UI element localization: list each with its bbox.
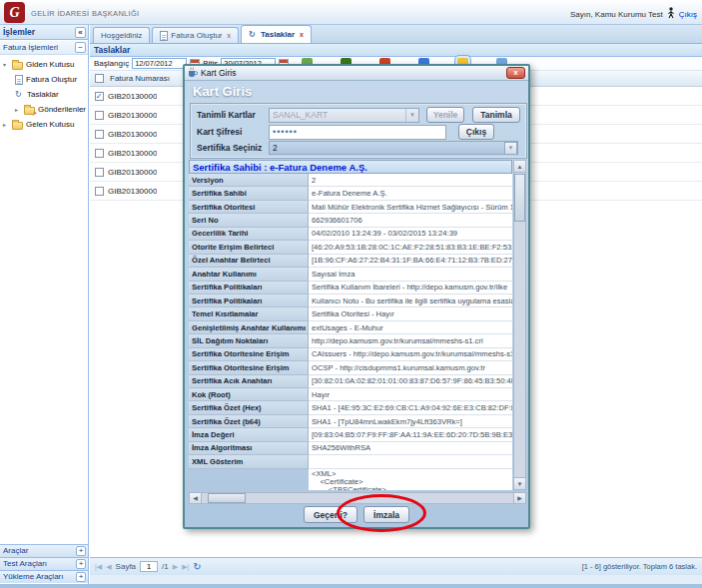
tree-item-giden-kutusu[interactable]: ▾ Giden Kutusu [0, 57, 88, 72]
page-number-input[interactable] [140, 561, 158, 572]
cert-row-label: Gecerlilik Tarihi [189, 228, 309, 241]
cert-row[interactable]: SİL Dağıtım Noktaları http://depo.kamusm… [189, 334, 512, 347]
dialog-title-bar[interactable]: Kart Giris x [185, 66, 528, 81]
cert-row-value: Mali Mühür Elektronik Sertifika Hizmet S… [309, 201, 512, 214]
last-page-icon[interactable]: ▶| [182, 563, 189, 571]
cert-row-label: Sertifika Otoritesine Erişim [189, 348, 309, 361]
cert-row-value: SHA256WithRSA [309, 442, 512, 455]
folder-icon [12, 122, 23, 130]
expand-icon[interactable]: + [76, 572, 86, 582]
row-checkbox[interactable] [95, 187, 104, 196]
row-checkbox[interactable] [95, 92, 104, 101]
row-checkbox[interactable] [95, 168, 104, 177]
cert-row[interactable]: Sertifika Politikaları Sertifika Kullanı… [189, 282, 512, 294]
horizontal-scrollbar[interactable]: ◀ ▶ [189, 492, 526, 504]
scroll-up-icon[interactable]: ▲ [514, 161, 525, 173]
expander-icon[interactable]: ▾ [3, 61, 9, 68]
cert-row[interactable]: Seri No 662936601706 [189, 214, 512, 227]
cert-row[interactable]: Anahtar Kullanımı Sayısal İmza [189, 268, 512, 281]
refresh-icon[interactable]: ↻ [193, 561, 201, 572]
cert-row[interactable]: Sertifika Otoritesine Erişim CAIssuers -… [189, 348, 512, 361]
person-icon [667, 7, 675, 21]
validate-button[interactable]: Geçerli? [304, 506, 357, 523]
tree-item-gonderilenler[interactable]: ▸ Gönderilenler [0, 102, 88, 117]
expand-icon[interactable]: + [76, 546, 86, 556]
expand-icon[interactable]: + [76, 559, 86, 569]
cert-row-label: Kok (Root) [189, 388, 309, 401]
cert-row[interactable]: Sertifika Özet (Hex) SHA1 - [4E:95:3C:E2… [189, 401, 512, 414]
cert-row[interactable]: Sertifika Acık Anahtarı [30:82:01:0A:02:… [189, 375, 512, 388]
tab-hosgeldiniz[interactable]: Hoşgeldiniz [93, 27, 150, 43]
card-password-input[interactable]: •••••• [269, 125, 446, 140]
select-all-checkbox[interactable] [95, 74, 104, 83]
define-card-button[interactable]: Tanimla [472, 107, 520, 123]
cert-row[interactable]: Kok (Root) Hayır [189, 388, 512, 401]
tree-item-fatura-olustur[interactable]: Fatura Oluştur [0, 72, 88, 87]
cert-row-value: [46:20:A9:53:1B:28:0C:1C:AE:F2:28:51:83:… [309, 241, 512, 254]
tree-item-gelen-kutusu[interactable]: ▸ Gelen Kutusu [0, 117, 88, 132]
cert-row-value: 04/02/2010 13:24:39 - 03/02/2015 13:24:3… [309, 228, 512, 241]
kart-giris-dialog: Kart Giris x Kart Giris Tanimli Kartlar … [183, 64, 530, 529]
vertical-scrollbar[interactable]: ▲ ▼ [513, 160, 526, 490]
close-tab-icon[interactable]: x [300, 31, 304, 38]
logout-link[interactable]: Çıkış [679, 10, 697, 19]
dialog-heading: Kart Giris [185, 81, 528, 101]
prev-page-icon[interactable]: ◀ [106, 563, 111, 571]
cert-row[interactable]: İmza Algoritması SHA256WithRSA [189, 442, 512, 455]
exit-button[interactable]: Çıkış [458, 124, 494, 140]
scrollbar-thumb[interactable] [514, 174, 525, 222]
scrollbar-thumb[interactable] [208, 493, 246, 503]
cert-row-value: e-Fatura Deneme A.Ş. [309, 187, 512, 200]
scroll-down-icon[interactable]: ▼ [514, 477, 525, 489]
tab-taslaklar[interactable]: ↻ Taslaklar x [241, 25, 312, 43]
cert-row[interactable]: Versiyon 2 [189, 174, 512, 187]
scroll-right-icon[interactable]: ▶ [513, 493, 525, 503]
cert-row[interactable]: Sertifika Otoritesine Erişim OCSP - http… [189, 361, 512, 374]
cert-row-value: Sayısal İmza [309, 268, 512, 281]
accordion-araclar[interactable]: Araçlar + [0, 544, 88, 557]
cert-row[interactable]: Özel Anahtar Belirteci [1B:96:CF:A6:27:2… [189, 255, 512, 268]
cert-row[interactable]: Sertifika Özet (b64) SHA1 - [TpU84mnLwak… [189, 415, 512, 428]
cert-row-value: Sertifika Kullanım İbareleri - http://de… [309, 282, 512, 294]
cert-row[interactable]: Sertifika Sahibi e-Fatura Deneme A.Ş. [189, 187, 512, 200]
expander-icon[interactable]: ▸ [15, 106, 21, 113]
scroll-left-icon[interactable]: ◀ [190, 493, 202, 503]
sidebar-section-fatura-islemleri[interactable]: Fatura İşlemleri − [0, 41, 88, 55]
close-icon[interactable]: x [506, 67, 525, 79]
cert-row-value: 2 [309, 174, 512, 187]
cert-row[interactable]: Temel Kısıtlamalar Sertifika Otoritesi -… [189, 307, 512, 320]
invoice-doc-icon [160, 31, 168, 41]
expander-icon[interactable]: ▸ [3, 121, 9, 128]
certificate-select[interactable]: 2 ▼ [269, 141, 518, 155]
defined-cards-select[interactable]: SANAL_KART ▼ [269, 108, 419, 123]
row-checkbox[interactable] [95, 111, 104, 120]
page-total: /1 [162, 562, 169, 571]
refresh-cards-button[interactable]: Yenile [426, 107, 464, 123]
close-tab-icon[interactable]: x [228, 32, 232, 39]
dialog-buttons: Geçerli? İmzala [185, 506, 528, 523]
start-date-input[interactable] [132, 58, 187, 69]
next-page-icon[interactable]: ▶ [173, 563, 178, 571]
accordion-test-araclari[interactable]: Test Araçları + [0, 557, 88, 570]
first-page-icon[interactable]: |◀ [95, 563, 102, 571]
cert-row[interactable]: Genişletilmiş Anahtar Kullanımı extUsage… [189, 321, 512, 334]
draft-number: GIB20130000 [108, 92, 157, 101]
chevron-down-icon[interactable]: ▼ [504, 142, 517, 155]
cert-row-value: Sertifika Otoritesi - Hayır [309, 307, 512, 320]
chevron-down-icon[interactable]: ▼ [405, 109, 418, 122]
cert-row[interactable]: Sertifika Otoritesi Mali Mühür Elektroni… [189, 201, 512, 214]
cert-row[interactable]: XML Gösterim [189, 455, 512, 468]
drafts-icon: ↻ [249, 30, 258, 39]
cert-row[interactable]: İmza Değeri [09:83:04:B5:07:F9:FF:8F:AA:… [189, 428, 512, 441]
row-checkbox[interactable] [95, 130, 104, 139]
tree-item-taslaklar[interactable]: ↻ Taslaklar [0, 87, 88, 102]
cert-row[interactable]: Gecerlilik Tarihi 04/02/2010 13:24:39 - … [189, 228, 512, 241]
cert-row[interactable]: Sertifika Politikaları Kullanıcı Notu - … [189, 294, 512, 307]
accordion-yukleme-araclari[interactable]: Yükleme Araçları + [0, 570, 88, 583]
collapse-section-icon[interactable]: − [75, 42, 86, 53]
collapse-sidebar-icon[interactable]: « [75, 27, 86, 38]
tab-fatura-olustur[interactable]: Fatura Oluştur x [152, 27, 239, 43]
row-checkbox[interactable] [95, 149, 104, 158]
sign-button[interactable]: İmzala [363, 506, 409, 523]
cert-row[interactable]: Otorite Erişim Belirteci [46:20:A9:53:1B… [189, 241, 512, 254]
